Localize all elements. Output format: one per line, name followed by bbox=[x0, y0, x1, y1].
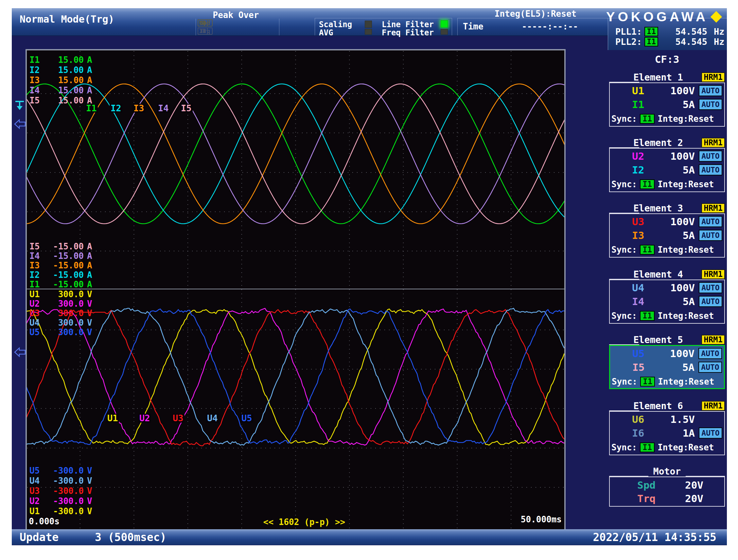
voltage-range-auto-badge: AUTO bbox=[699, 151, 722, 162]
motor-channel-label: Trq bbox=[637, 493, 669, 504]
voltage-range-value: 1.5V bbox=[660, 413, 695, 425]
element-title: Element 4 bbox=[609, 269, 707, 280]
current-channel-label: I2 bbox=[632, 164, 660, 176]
zero-position-marker-bottom-icon[interactable] bbox=[14, 347, 26, 357]
element-settings-box[interactable]: U6 1.5V I6 1AAUTO Sync: I1 Integ:Reset bbox=[609, 411, 725, 455]
current-range-auto-badge: AUTO bbox=[699, 99, 722, 110]
scale-label-u4-bot_neg: U4-300.0V bbox=[29, 477, 92, 485]
sync-source-badge: I1 bbox=[640, 311, 655, 321]
line-filter-label: Line Filter bbox=[382, 20, 434, 29]
motor-panel: Motor Spd 20V Trq 20V bbox=[609, 466, 725, 507]
peak-over-indicators: U1U2U3U4U5U6Spd I1I2I3I4I5I6Trq bbox=[196, 19, 279, 35]
crest-factor-label: CF:3 bbox=[609, 53, 725, 65]
freq-filter-indicator-icon bbox=[441, 29, 448, 35]
current-channel-label: I3 bbox=[632, 229, 660, 241]
harmonics-mode-badge: HRM1 bbox=[701, 401, 725, 411]
integ-status: Integ:Reset bbox=[658, 311, 714, 321]
freq-filter-label: Freq Filter bbox=[382, 28, 434, 37]
current-range-auto-badge: AUTO bbox=[699, 296, 722, 307]
sync-row: Sync: I1 Integ:Reset bbox=[612, 311, 717, 321]
avg-indicator-icon bbox=[365, 29, 372, 35]
element-title-row: Element 2 HRM1 bbox=[609, 137, 725, 148]
element-title: Element 6 bbox=[609, 400, 707, 411]
sync-row: Sync: I1 Integ:Reset bbox=[612, 377, 717, 386]
wave-u4 bbox=[26, 308, 564, 445]
scale-label-u2-bot_neg: U2-300.0V bbox=[29, 497, 92, 505]
acquisition-mode-label: Normal Mode(Trg) bbox=[20, 13, 114, 25]
sync-row: Sync: I1 Integ:Reset bbox=[612, 114, 717, 124]
sync-label: Sync: bbox=[612, 377, 637, 386]
wave-label-u5: U5 bbox=[241, 414, 253, 423]
element-1-panel[interactable]: Element 1 HRM1 U1 100VAUTO I1 5AAUTO Syn… bbox=[609, 72, 725, 127]
sync-row: Sync: I1 Integ:Reset bbox=[612, 245, 717, 255]
scale-label-u2-mid_pos: U2300.0V bbox=[29, 299, 92, 308]
element-5-panel[interactable]: Element 5 HRM1 U5 100VAUTO I5 5AAUTO Syn… bbox=[609, 334, 725, 389]
current-range-auto-badge: AUTO bbox=[699, 164, 722, 176]
peak-over-indicator-spd: Spd bbox=[198, 19, 213, 26]
peak-over-current-row: I1I2I3I4I5I6Trq bbox=[198, 27, 279, 36]
voltage-range-auto-badge: AUTO bbox=[699, 216, 722, 227]
harmonics-mode-badge: HRM1 bbox=[701, 335, 725, 345]
brand: YOKOGAWA bbox=[606, 9, 723, 24]
current-range-value: 5A bbox=[660, 164, 695, 176]
integ-status: Integ:Reset bbox=[658, 179, 714, 189]
sync-label: Sync: bbox=[612, 114, 637, 124]
element-title-row: Element 6 HRM1 bbox=[609, 400, 725, 411]
element-settings-box[interactable]: U4 100VAUTO I4 5AAUTO Sync: I1 Integ:Res… bbox=[609, 280, 725, 324]
peak-over-indicator-trq: Trq bbox=[198, 27, 213, 35]
element-title-row: Element 5 HRM1 bbox=[609, 334, 725, 345]
element-settings-box[interactable]: U2 100VAUTO I2 5AAUTO Sync: I1 Integ:Res… bbox=[609, 148, 725, 192]
gridlines bbox=[27, 51, 564, 529]
motor-range-value: 20V bbox=[669, 479, 703, 491]
wave-label-u1: U1 bbox=[106, 414, 119, 423]
element-6-panel[interactable]: Element 6 HRM1 U6 1.5V I6 1AAUTO Sync: I… bbox=[609, 400, 725, 455]
scale-label-i4-top: I415.00A bbox=[29, 86, 92, 94]
sync-label: Sync: bbox=[612, 311, 637, 321]
waveform-plot: I115.00AI215.00AI315.00AI415.00AI515.00A… bbox=[26, 50, 565, 530]
current-range-auto-badge: AUTO bbox=[699, 230, 722, 241]
sync-source-badge: I1 bbox=[640, 443, 655, 452]
scale-label-i1-top: I115.00A bbox=[29, 56, 92, 64]
wave-u5 bbox=[26, 309, 564, 445]
wave-u1 bbox=[26, 309, 564, 445]
zero-position-marker-top-icon[interactable] bbox=[14, 119, 26, 129]
current-range-value: 5A bbox=[660, 361, 695, 373]
element-title: Element 1 bbox=[609, 72, 707, 83]
voltage-channel-label: U5 bbox=[632, 348, 660, 359]
pll-frequency-unit: Hz bbox=[714, 37, 725, 47]
current-range-auto-badge: AUTO bbox=[698, 362, 722, 373]
scale-label-i2-mid_neg: I2-15.00A bbox=[29, 271, 92, 279]
harmonics-mode-badge: HRM1 bbox=[701, 203, 725, 213]
scale-label-u3-bot_neg: U3-300.0V bbox=[29, 487, 92, 495]
motor-settings-box: Spd 20V Trq 20V bbox=[609, 477, 725, 507]
current-channel-label: I5 bbox=[632, 361, 660, 373]
element-settings-box[interactable]: U1 100VAUTO I1 5AAUTO Sync: I1 Integ:Res… bbox=[609, 82, 725, 127]
sync-label: Sync: bbox=[612, 245, 637, 255]
element-settings-box[interactable]: U5 100VAUTO I5 5AAUTO Sync: I1 Integ:Res… bbox=[609, 345, 725, 389]
current-channel-label: I6 bbox=[632, 427, 660, 439]
pll-label: PLL2: bbox=[615, 37, 642, 47]
scaling-label: Scaling bbox=[319, 20, 352, 29]
integ-status: Integ:Reset bbox=[658, 443, 714, 452]
element-4-panel[interactable]: Element 4 HRM1 U4 100VAUTO I4 5AAUTO Syn… bbox=[609, 269, 725, 324]
pll-sync-source-badge: I1 bbox=[645, 37, 658, 46]
element-2-panel[interactable]: Element 2 HRM1 U2 100VAUTO I2 5AAUTO Syn… bbox=[609, 137, 725, 192]
voltage-channel-label: U1 bbox=[632, 85, 660, 96]
integ-status: Integ:Reset bbox=[658, 114, 714, 124]
voltage-range-auto-badge: AUTO bbox=[698, 348, 722, 359]
filter-group: Scaling AVG Line Filter Freq Filter bbox=[315, 18, 452, 35]
current-channel-label: I1 bbox=[632, 98, 660, 110]
motor-title: Motor bbox=[609, 466, 725, 477]
element-3-panel[interactable]: Element 3 HRM1 U3 100VAUTO I3 5AAUTO Syn… bbox=[609, 203, 725, 258]
voltage-channel-label: U3 bbox=[632, 216, 660, 228]
voltage-range-value: 100V bbox=[660, 282, 695, 294]
avg-label: AVG bbox=[319, 28, 333, 37]
sync-source-badge: I1 bbox=[640, 179, 655, 189]
peak-over-voltage-row: U1U2U3U4U5U6Spd bbox=[198, 19, 279, 27]
scale-label-u1-mid_pos: U1300.0V bbox=[29, 290, 92, 298]
trigger-level-marker-icon[interactable] bbox=[14, 100, 26, 111]
scale-label-i1-mid_neg: I1-15.00A bbox=[29, 280, 92, 289]
current-range-value: 5A bbox=[660, 229, 695, 241]
element-settings-box[interactable]: U3 100VAUTO I3 5AAUTO Sync: I1 Integ:Res… bbox=[609, 213, 725, 258]
integ-status: Integ:Reset bbox=[658, 245, 714, 255]
